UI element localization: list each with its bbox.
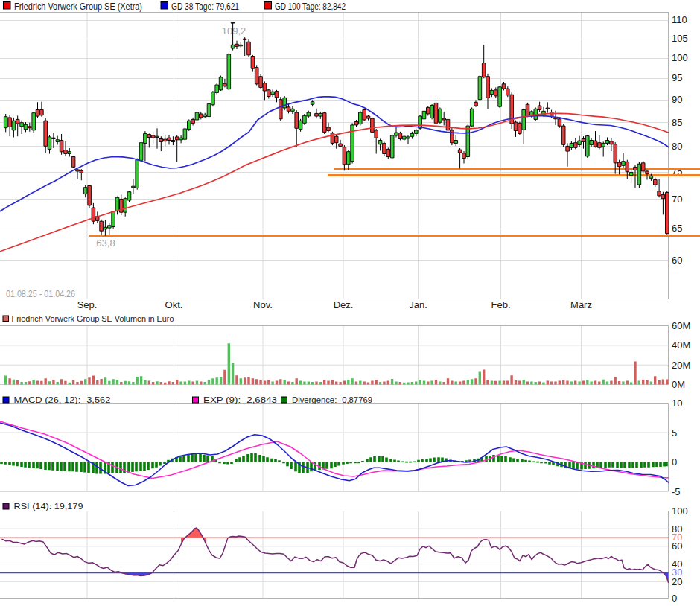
svg-text:Feb.: Feb. (491, 299, 510, 310)
svg-text:10: 10 (672, 398, 682, 409)
svg-text:65: 65 (672, 223, 682, 234)
svg-text:60: 60 (672, 255, 682, 266)
svg-text:März: März (570, 299, 592, 310)
svg-text:20M: 20M (672, 360, 690, 371)
svg-text:100: 100 (672, 52, 688, 63)
svg-text:20: 20 (672, 576, 682, 587)
svg-text:0: 0 (672, 593, 677, 604)
svg-text:90: 90 (672, 94, 682, 105)
svg-text:01.08.25 - 01.04.26: 01.08.25 - 01.04.26 (6, 288, 75, 299)
svg-text:RSI (14): 19,179: RSI (14): 19,179 (14, 502, 83, 511)
svg-text:0: 0 (672, 456, 677, 468)
svg-text:Okt.: Okt. (165, 299, 183, 310)
svg-text:Nov.: Nov. (253, 299, 273, 310)
svg-text:5: 5 (672, 427, 677, 438)
svg-text:EXP (9): -2,6843: EXP (9): -2,6843 (203, 395, 277, 404)
svg-text:MACD (26, 12): -3,562: MACD (26, 12): -3,562 (14, 395, 111, 404)
svg-text:40M: 40M (672, 339, 690, 351)
svg-text:80: 80 (672, 141, 682, 152)
svg-text:63,8: 63,8 (96, 237, 115, 249)
svg-text:Friedrich Vorwerk Group SE Vol: Friedrich Vorwerk Group SE Volumen in Eu… (12, 314, 174, 323)
svg-text:GD 100 Tage: 82,842: GD 100 Tage: 82,842 (275, 1, 346, 12)
svg-text:Friedrich Vorwerk Group SE (Xe: Friedrich Vorwerk Group SE (Xetra) (14, 1, 142, 12)
svg-text:85: 85 (672, 117, 682, 128)
svg-text:60: 60 (672, 540, 682, 552)
svg-text:105: 105 (672, 33, 688, 44)
svg-text:Divergence: -0,87769: Divergence: -0,87769 (292, 395, 372, 404)
svg-text:0M: 0M (672, 379, 685, 390)
svg-text:Dez.: Dez. (334, 299, 354, 310)
svg-text:60M: 60M (672, 320, 690, 331)
svg-text:100: 100 (672, 505, 688, 517)
svg-text:GD 38 Tage: 79,621: GD 38 Tage: 79,621 (171, 1, 239, 12)
svg-text:Sep.: Sep. (77, 299, 98, 310)
svg-text:70: 70 (672, 194, 682, 205)
svg-text:110: 110 (672, 14, 687, 25)
svg-text:95: 95 (672, 72, 682, 83)
svg-text:109,2: 109,2 (222, 25, 246, 36)
svg-text:Jan.: Jan. (409, 299, 427, 310)
svg-text:-5: -5 (672, 486, 681, 497)
